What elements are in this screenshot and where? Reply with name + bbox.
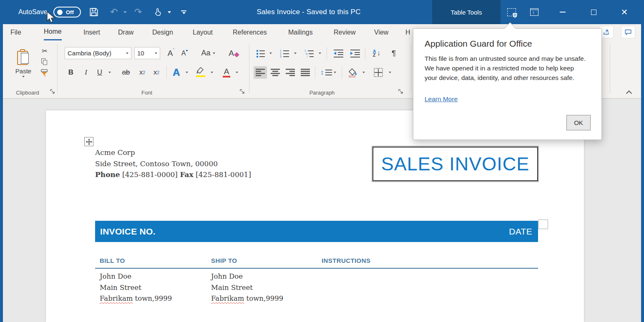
tab-help[interactable]: H (405, 24, 410, 40)
application-guard-button[interactable] (503, 0, 520, 24)
bullets-button[interactable] (254, 47, 267, 59)
tab-draw[interactable]: Draw (118, 24, 133, 40)
company-address: Side Street, Contoso Town, 00000 (95, 158, 251, 170)
table-move-handle[interactable] (84, 137, 93, 146)
invoice-title-box[interactable]: SALES INVOICE (372, 147, 538, 181)
align-center-icon (271, 69, 280, 76)
close-button[interactable]: ✕ (614, 0, 635, 24)
align-right-button[interactable] (284, 66, 297, 79)
tab-review[interactable]: Review (334, 24, 355, 40)
format-painter-button[interactable] (39, 68, 50, 78)
numbering-dropdown[interactable] (292, 47, 299, 59)
underline-dropdown[interactable] (106, 66, 113, 79)
window-border-right[interactable] (641, 24, 644, 322)
comments-icon (624, 28, 632, 36)
text-effects-dropdown[interactable] (184, 66, 190, 79)
svg-text:a: a (306, 52, 307, 55)
collapse-ribbon-button[interactable] (625, 90, 633, 95)
line-spacing-button[interactable]: ↕ (318, 66, 338, 79)
bold-button[interactable]: B (65, 66, 77, 79)
superscript-button[interactable]: x2 (150, 66, 163, 79)
font-color-icon: A (222, 67, 231, 78)
bullets-dropdown[interactable] (267, 47, 274, 59)
paste-button[interactable]: Paste (11, 44, 35, 84)
align-center-button[interactable] (269, 66, 282, 79)
font-color-button[interactable]: A (219, 66, 234, 79)
highlight-dropdown[interactable] (209, 66, 215, 79)
collapse-ribbon-icon (626, 90, 632, 96)
bill-to-address[interactable]: John Doe Main Street Fabrikam town,9999 (100, 271, 172, 305)
borders-icon (374, 68, 383, 77)
sort-button[interactable]: AZ ↓ (368, 47, 385, 59)
svg-text:i: i (307, 55, 307, 57)
minimize-button[interactable] (553, 0, 572, 24)
tab-design[interactable]: Design (152, 24, 173, 40)
subscript-icon: x (139, 68, 143, 77)
italic-button[interactable]: I (80, 66, 92, 79)
instructions-label: INSTRUCTIONS (322, 257, 370, 264)
table-corner-cell[interactable] (538, 220, 548, 229)
highlight-icon (195, 67, 205, 77)
sort-icon: AZ (373, 50, 376, 57)
highlight-button[interactable] (193, 66, 208, 79)
subscript-button[interactable]: x2 (136, 66, 149, 79)
copy-icon (41, 58, 48, 65)
numbering-button[interactable]: 123 (277, 47, 292, 59)
font-size-value: 10 (137, 50, 144, 57)
shading-button[interactable] (346, 66, 360, 79)
chevron-down-icon (186, 72, 188, 73)
align-right-icon (286, 69, 295, 76)
invoice-header-bar[interactable]: INVOICE NO. DATE (95, 221, 538, 242)
chevron-down-icon (269, 52, 272, 54)
shrink-font-button[interactable]: A (179, 47, 191, 59)
copy-button[interactable] (40, 57, 50, 66)
maximize-button[interactable] (584, 0, 603, 24)
font-size-combo[interactable]: 10 (134, 47, 160, 59)
show-paragraph-marks-button[interactable]: ¶ (387, 47, 400, 59)
chevron-down-icon (334, 72, 336, 73)
ship-to-address[interactable]: John Doe Main Street Fabrikam town,9999 (211, 271, 283, 305)
justify-button[interactable] (299, 66, 312, 79)
multilevel-list-button[interactable]: 1ai (302, 47, 316, 59)
tab-view[interactable]: View (374, 24, 388, 40)
change-case-button[interactable]: Aa (197, 47, 219, 59)
tab-references[interactable]: References (233, 24, 267, 40)
document-page[interactable]: Acme Corp Side Street, Contoso Town, 000… (46, 110, 584, 322)
font-dialog-launcher[interactable] (240, 89, 246, 95)
strikethrough-button[interactable]: ab (119, 66, 133, 79)
title-bar: AutoSave Off ↶ ↷ Sales Invoice - Saved t… (0, 0, 644, 24)
clipboard-dialog-launcher[interactable] (50, 89, 56, 95)
multilevel-list-dropdown[interactable] (317, 47, 323, 59)
grow-font-button[interactable]: Aˆ (165, 47, 177, 59)
tab-file[interactable]: File (10, 24, 21, 40)
tab-insert[interactable]: Insert (83, 24, 100, 40)
application-guard-shield-icon (507, 8, 516, 16)
chevron-down-icon (213, 52, 215, 54)
comments-button[interactable] (621, 26, 635, 38)
font-color-dropdown[interactable] (234, 66, 240, 79)
clear-formatting-button[interactable]: A (226, 47, 241, 59)
tab-mailings[interactable]: Mailings (288, 24, 313, 40)
ribbon-display-options-button[interactable]: ↑ (526, 0, 543, 24)
ok-button[interactable]: OK (566, 115, 591, 130)
paragraph-dialog-launcher[interactable] (398, 89, 404, 95)
learn-more-link[interactable]: Learn More (425, 95, 458, 103)
text-effects-button[interactable]: A (169, 66, 184, 79)
increase-indent-button[interactable] (347, 47, 362, 59)
cut-button[interactable]: ✂ (40, 46, 50, 55)
font-name-combo[interactable]: Cambria (Body) (65, 47, 131, 59)
justify-icon (301, 69, 310, 76)
shading-dropdown[interactable] (361, 66, 367, 79)
company-block[interactable]: Acme Corp Side Street, Contoso Town, 000… (95, 147, 251, 180)
borders-dropdown[interactable] (387, 66, 393, 79)
tab-home[interactable]: Home (44, 24, 62, 40)
align-left-button[interactable] (254, 66, 267, 79)
popup-body: This file is from an untrusted source an… (425, 54, 588, 82)
table-tools-contextual-tab[interactable]: Table Tools (432, 0, 501, 24)
borders-button[interactable] (371, 66, 386, 79)
decrease-indent-button[interactable] (331, 47, 346, 59)
underline-button[interactable]: U (94, 66, 106, 79)
tab-layout[interactable]: Layout (193, 24, 213, 40)
bold-icon: B (68, 68, 73, 77)
increase-indent-icon (350, 49, 360, 57)
